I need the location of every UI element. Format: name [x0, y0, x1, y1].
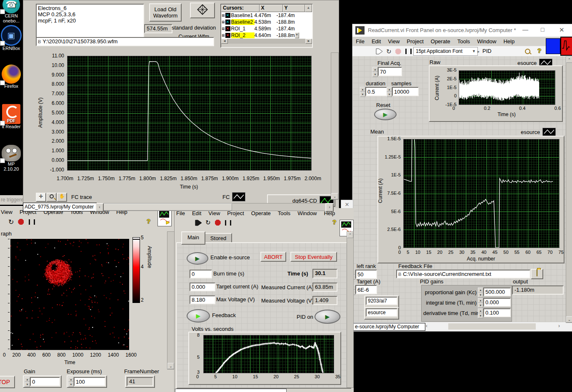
cursors-scroll-up[interactable]: ▲	[305, 5, 312, 12]
mean-plot-legend[interactable]: esource	[521, 128, 556, 136]
cursor-tool-button[interactable]: ✛	[36, 193, 46, 202]
desktop-icon-gimp[interactable]: MP 2.10.20	[0, 145, 22, 171]
scroll-up-arrow[interactable]: ⌃	[566, 57, 572, 63]
icon-checkbox[interactable]	[0, 80, 5, 85]
help-icon[interactable]: ?	[332, 218, 336, 226]
scroll-down-arrow[interactable]: ⌄	[167, 363, 174, 369]
target-a-input[interactable]	[355, 285, 377, 294]
pid-kc-input[interactable]	[483, 288, 511, 296]
cursors-header-name[interactable]: Cursors:	[221, 5, 260, 12]
desktop-icon-foxit-reader[interactable]: PDF it Reader	[0, 104, 22, 129]
help-icon[interactable]: ?	[537, 47, 541, 54]
menu-item[interactable]: View	[1, 209, 12, 215]
adc-vertical-scrollbar[interactable]: ⌄	[167, 231, 175, 370]
target-current-input[interactable]	[190, 283, 215, 291]
raw-graph[interactable]	[459, 70, 555, 105]
left-rank-input[interactable]	[355, 270, 377, 279]
tree-expand-icon[interactable]: ⊞	[222, 27, 225, 31]
exposure-input[interactable]	[74, 377, 105, 386]
pan-tool-button[interactable]: ✋	[57, 193, 67, 202]
scope-hscroll-thumb[interactable]	[103, 203, 232, 211]
stop-button[interactable]: TOP	[0, 376, 15, 388]
tick-label[interactable]: Project	[407, 38, 423, 45]
tick-label[interactable]: Help	[503, 38, 515, 45]
pid-kc-spinner[interactable]: ▲▼	[478, 288, 483, 297]
pid-td-input[interactable]	[483, 308, 511, 317]
cursor-row[interactable]: ⊞✕ Baseline1 4.476m -187.4m	[221, 12, 312, 19]
scope-hscroll-left[interactable]: ‹	[95, 203, 104, 212]
intensity-graph[interactable]	[10, 239, 129, 350]
read-status-box[interactable]: e-source.lvproj/My Computer	[353, 323, 425, 331]
stop-icon-disabled[interactable]	[395, 49, 401, 55]
duration-spinner[interactable]: ▲▼	[360, 87, 365, 96]
tick-label[interactable]: Tools	[457, 38, 470, 45]
status-scroll-thumb[interactable]	[448, 323, 536, 330]
pause-icon[interactable]	[225, 220, 231, 226]
search-text[interactable]: PID	[482, 48, 492, 54]
duration-input[interactable]	[365, 87, 387, 96]
font-selector[interactable]: 15pt Application Font ▼	[413, 47, 478, 56]
volts-graph[interactable]	[203, 335, 334, 373]
maximize-button[interactable]: □	[541, 26, 544, 33]
status-scroll-right[interactable]: ›	[558, 323, 560, 329]
cursors-header-y[interactable]: Y	[283, 5, 305, 12]
cursor-row[interactable]: ⊞✕ ROI_2 4.640m -188.8m▼	[221, 32, 312, 39]
pid-on-toggle[interactable]: ▶	[315, 310, 340, 324]
scale-to-fit-button[interactable]	[190, 2, 215, 18]
scroll-down-arrow[interactable]: ⌄	[331, 193, 338, 199]
tick-label[interactable]: Operate	[431, 38, 450, 45]
read-menubar[interactable]: FileEditViewProjectOperateToolsWindowHel…	[356, 37, 522, 45]
scroll-down-arrow[interactable]: ⌄	[566, 316, 572, 323]
titlebar[interactable]: ReadCurrent.vi Front Panel on e-source.l…	[352, 24, 572, 37]
waveform-path-field[interactable]: ɃY:\2020\10\27\150738.950.wfm	[36, 37, 214, 46]
feedback-file-field[interactable]: ɃC:\VIs\e-source\CurrentIncrement.txt	[396, 270, 530, 278]
max-voltage-input[interactable]	[190, 295, 215, 304]
cursors-scroll-down[interactable]: ▼	[295, 32, 299, 38]
load-old-waveform-button[interactable]: Load Old Waveform	[149, 3, 182, 22]
run-continuous-icon[interactable]: ↻	[205, 219, 211, 226]
browse-button[interactable]	[531, 269, 543, 279]
stop-icon[interactable]	[215, 220, 221, 226]
cursor-row[interactable]: ⊞✕ Baseline2 4.538m -188.8m	[221, 19, 312, 25]
run-icon-active[interactable]	[195, 220, 202, 226]
run-continuous-icon[interactable]: ↻	[8, 218, 14, 226]
cursors-scroll-right[interactable]: ►	[305, 39, 312, 44]
device-field[interactable]: 9203/ai7	[366, 297, 397, 305]
red-trace-icon[interactable]	[560, 37, 572, 56]
samples-input[interactable]	[392, 87, 419, 96]
stop-eventually-button[interactable]: Stop Eventually	[290, 252, 337, 262]
cursors-header-x[interactable]: X	[260, 5, 283, 12]
esrc-vertical-scrollbar[interactable]: ⌃	[347, 231, 354, 388]
read-vertical-scrollbar[interactable]: ⌃ ⌄	[566, 56, 572, 323]
cursor-row[interactable]: ⊞✕ ROI_1 4.589m -187.4m	[221, 25, 312, 32]
pause-icon[interactable]	[405, 49, 412, 54]
scope-hscroll-track[interactable]	[102, 203, 326, 211]
run-continuous-icon[interactable]: ↻	[386, 48, 392, 55]
blue-color-box-icon[interactable]	[546, 38, 560, 54]
gain-input[interactable]	[30, 377, 60, 386]
pause-icon[interactable]	[29, 219, 35, 225]
tick-label[interactable]: View	[388, 38, 400, 45]
icon-checkbox[interactable]	[0, 158, 5, 163]
cursors-scroll-left[interactable]: ◄	[221, 39, 228, 44]
mean-graph[interactable]	[403, 139, 560, 248]
status-scroll-left[interactable]: ‹	[426, 323, 427, 329]
gain-spinner[interactable]: ▲▼	[25, 377, 30, 386]
samples-spinner[interactable]: ▲▼	[387, 87, 392, 96]
tick-label[interactable]: Edit	[372, 38, 381, 45]
minimize-button[interactable]: —	[522, 26, 528, 33]
icon-checkbox[interactable]	[0, 121, 5, 126]
tick-label[interactable]: File	[356, 38, 365, 45]
esource-field[interactable]: esource	[366, 308, 397, 317]
pid-ti-spinner[interactable]: ▲▼	[478, 298, 483, 307]
enable-esource-toggle[interactable]: ▶	[187, 252, 208, 265]
scope-vertical-scrollbar[interactable]: ⌄	[331, 52, 339, 200]
desktop-icon-cernbox[interactable]: ▣ ERNBox	[0, 25, 22, 51]
pid-ti-input[interactable]	[483, 298, 511, 307]
stop-icon[interactable]	[18, 219, 24, 225]
tick-label[interactable]: Window	[477, 38, 496, 45]
icon-checkbox[interactable]	[0, 9, 5, 14]
burn-time-input[interactable]	[190, 270, 212, 278]
tree-expand-icon[interactable]: ⊞	[222, 20, 225, 24]
fc-waveform-graph[interactable]	[67, 56, 312, 171]
